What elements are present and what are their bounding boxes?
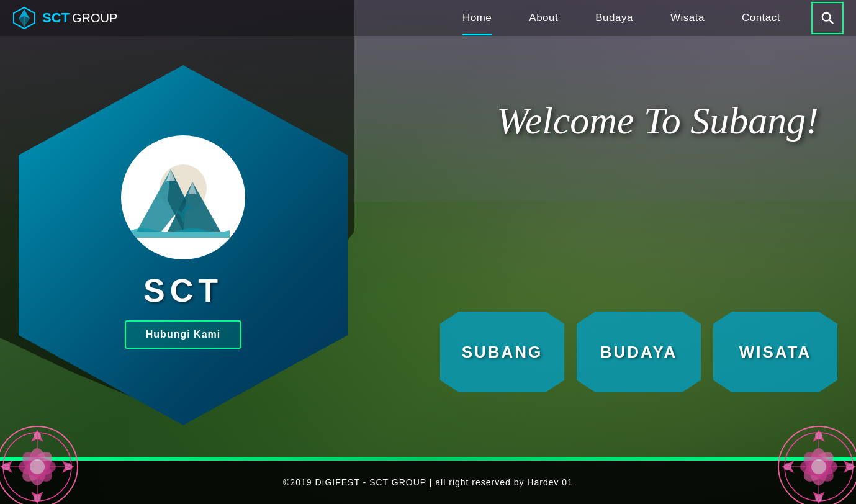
footer: ©2019 DIGIFEST - SCT GROUP | all right r… xyxy=(0,461,856,504)
subang-button[interactable]: SUBANG xyxy=(440,312,564,392)
hexagon-logo: SUBANG CULTURAL TOURISM xyxy=(19,65,348,425)
wisata-button[interactable]: WISATA xyxy=(713,312,837,392)
nav-item-contact[interactable]: Contact xyxy=(723,12,799,24)
svg-point-4 xyxy=(822,13,831,21)
sct-brand-text: SCT xyxy=(143,272,223,309)
ornament-right xyxy=(775,423,856,504)
mountain-svg xyxy=(130,157,236,238)
hubungi-kami-button[interactable]: Hubungi Kami xyxy=(125,320,241,349)
circle-bg xyxy=(121,135,245,259)
hexagon-container: SUBANG CULTURAL TOURISM xyxy=(12,31,360,428)
nav-links: Home About Budaya Wisata Contact xyxy=(444,12,799,24)
nav-item-home[interactable]: Home xyxy=(444,12,510,24)
nav-item-about[interactable]: About xyxy=(510,12,577,24)
svg-point-20 xyxy=(30,459,45,474)
footer-text: ©2019 DIGIFEST - SCT GROUP | all right r… xyxy=(283,477,573,487)
action-buttons: SUBANG BUDAYA WISATA xyxy=(440,312,837,392)
svg-line-5 xyxy=(829,20,833,24)
logo-text: SCT GROUP xyxy=(42,10,117,26)
welcome-heading: Welcome To Subang! xyxy=(497,99,819,142)
logo-area: SCT GROUP xyxy=(12,6,117,30)
navbar: SCT GROUP Home About Budaya Wisata Conta… xyxy=(0,0,856,36)
search-icon xyxy=(821,11,834,25)
nav-item-wisata[interactable]: Wisata xyxy=(652,12,723,24)
svg-point-35 xyxy=(811,459,826,474)
search-button[interactable] xyxy=(811,2,844,34)
ornament-left xyxy=(0,423,81,504)
circle-logo: SUBANG CULTURAL TOURISM xyxy=(115,129,251,266)
nav-item-budaya[interactable]: Budaya xyxy=(577,12,652,24)
budaya-button[interactable]: BUDAYA xyxy=(577,312,701,392)
logo-icon xyxy=(12,6,36,30)
